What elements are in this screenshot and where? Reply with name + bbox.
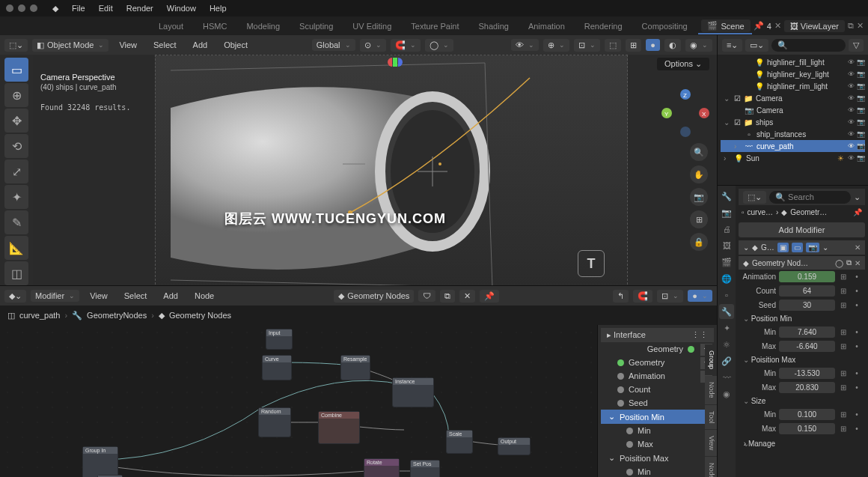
select-box-tool[interactable]: ▭	[4, 58, 28, 82]
view3d-menu-view[interactable]: View	[113, 39, 143, 51]
fake-user-icon[interactable]: ◯	[835, 259, 843, 267]
outliner-row[interactable]: ›〰curve_path👁📷	[721, 140, 865, 152]
constraint-tab-icon[interactable]: 🔗	[719, 353, 734, 368]
display-mode-icon[interactable]: ▭⌄	[745, 39, 768, 52]
panel-menu-icon[interactable]: ⋮⋮	[691, 330, 708, 340]
editor-type-icon[interactable]: ≡⌄	[722, 39, 742, 52]
breadcrumb-item[interactable]: Geometry Nodes	[169, 311, 231, 320]
parent-tree-icon[interactable]: ↰	[613, 290, 629, 303]
physics-tab-icon[interactable]: ⚛	[719, 337, 734, 352]
prop-group-header[interactable]: Poisition Max	[739, 353, 865, 366]
snap-dropdown[interactable]: 🧲	[391, 39, 421, 52]
prop-value[interactable]: 30	[779, 300, 835, 311]
prop-anim-icon[interactable]: •	[852, 342, 862, 350]
rotate-tool[interactable]: ⟲	[4, 134, 28, 158]
orientation-dropdown[interactable]: Global	[312, 39, 355, 51]
ws-tab[interactable]: Shading	[470, 19, 518, 34]
prop-anim-icon[interactable]: •	[852, 410, 862, 419]
visibility-dropdown[interactable]: 👁	[511, 39, 539, 51]
sidebar-tab[interactable]: View	[705, 430, 717, 456]
annotate-tool[interactable]: ✎	[4, 210, 28, 234]
node-canvas[interactable]: Input Curve Resample Random Combine Inst…	[0, 325, 597, 477]
zoom-icon[interactable]: 🔍	[690, 143, 708, 161]
view3d-menu-object[interactable]: Object	[218, 39, 254, 51]
editor-type-icon[interactable]: ⬚⌄	[743, 191, 766, 204]
prop-attr-icon[interactable]: ⊞	[838, 342, 849, 350]
ws-tab[interactable]: Texture Paint	[402, 19, 468, 34]
shading-wireframe[interactable]: ⊞	[626, 39, 641, 52]
outliner-tree[interactable]: 💡highliner_fill_light👁📷💡highliner_key_li…	[718, 55, 868, 165]
interface-input[interactable]: Min	[601, 424, 714, 437]
prop-anim-icon[interactable]: •	[852, 287, 862, 295]
menu-window[interactable]: Window	[161, 2, 202, 14]
scene-selector[interactable]: 🎬 Scene	[701, 19, 750, 32]
node-tree-selector[interactable]: ◆ Geometry Nodes	[334, 290, 414, 303]
prop-attr-icon[interactable]: ⊞	[838, 301, 849, 309]
sidebar-tab[interactable]: Node	[705, 376, 717, 404]
lock-icon[interactable]: 🔒	[690, 233, 708, 251]
node-tree-type-dropdown[interactable]: Modifier	[31, 290, 79, 302]
mode-dropdown[interactable]: ◧ Object Mode	[32, 39, 109, 52]
filter-icon[interactable]: ▽	[849, 39, 864, 52]
mod-realtime-icon[interactable]: ▣	[777, 243, 789, 252]
interface-input[interactable]: Count	[601, 383, 714, 396]
world-tab-icon[interactable]: 🌐	[719, 271, 734, 286]
nodetree-name[interactable]: Geometry Nod…	[752, 259, 832, 267]
pin-icon[interactable]: 📌	[754, 21, 764, 31]
proportional-dropdown[interactable]: ◯	[425, 39, 453, 52]
outliner-row[interactable]: ›💡Sun☀👁📷	[721, 152, 865, 164]
sidebar-tab[interactable]: Tool	[705, 405, 717, 430]
ws-tab[interactable]: Compositing	[633, 19, 697, 34]
interface-panel-header[interactable]: ▸ Interface ⋮⋮	[601, 328, 714, 342]
prop-anim-icon[interactable]: •	[852, 369, 862, 377]
prop-attr-icon[interactable]: ⊞	[838, 425, 849, 433]
interface-panel-item[interactable]: ⌄ Poisition Max	[601, 451, 714, 465]
outliner-row[interactable]: 💡highliner_fill_light👁📷	[721, 56, 865, 68]
prop-value[interactable]: 7.640	[779, 326, 835, 338]
perspective-icon[interactable]: ⊞	[690, 210, 708, 228]
prop-attr-icon[interactable]: ⊞	[838, 273, 849, 281]
node-menu-add[interactable]: Add	[157, 290, 184, 302]
viewlayer-selector[interactable]: 🖼 ViewLayer	[784, 20, 845, 32]
breadcrumb-item[interactable]: Geometr…	[790, 208, 827, 216]
editor-type-icon[interactable]: ⬚⌄	[4, 39, 28, 52]
breadcrumb-item[interactable]: curve_path	[19, 311, 60, 320]
prop-anim-icon[interactable]: •	[852, 328, 862, 336]
outliner-row[interactable]: 💡highliner_rim_light👁📷	[721, 80, 865, 92]
prop-anim-icon[interactable]: •	[852, 425, 862, 433]
properties-search[interactable]: 🔍 Search	[769, 191, 851, 204]
new-nodetree-icon[interactable]: ⧉	[440, 290, 455, 303]
overlay-node-icon[interactable]: ⊡	[657, 290, 683, 303]
prop-group-header[interactable]: Size	[739, 395, 865, 407]
material-tab-icon[interactable]: ◉	[719, 386, 734, 401]
scene-tab-icon[interactable]: 🎬	[719, 255, 734, 270]
outliner-row[interactable]: ▫ship_instances👁📷	[721, 128, 865, 140]
prop-attr-icon[interactable]: ⊞	[838, 369, 849, 377]
prop-value[interactable]: 20.830	[779, 382, 835, 393]
prop-value[interactable]: 0.100	[779, 409, 835, 420]
prop-attr-icon[interactable]: ⊞	[838, 328, 849, 336]
ws-tab[interactable]: Sculpting	[290, 19, 342, 34]
prop-value[interactable]: 0.159	[779, 271, 835, 282]
ws-tab[interactable]: HSMC	[194, 19, 236, 34]
prop-attr-icon[interactable]: ⊞	[838, 410, 849, 419]
breadcrumb-item[interactable]: curve…	[748, 208, 773, 216]
add-primitive-tool[interactable]: ◫	[4, 261, 28, 285]
gizmo-y[interactable]: Y	[661, 108, 672, 118]
interface-input[interactable]: Geometry	[601, 356, 714, 369]
add-modifier-button[interactable]: Add Modifier	[739, 222, 865, 237]
node-menu-select[interactable]: Select	[118, 290, 153, 302]
sidebar-tab[interactable]: Group	[705, 344, 717, 375]
render-tab-icon[interactable]: 📷	[719, 205, 734, 220]
blender-icon[interactable]: ◆	[46, 2, 64, 15]
pin-nodetree-icon[interactable]: 📌	[480, 290, 499, 303]
interface-input[interactable]: Seed	[601, 396, 714, 410]
prop-anim-icon[interactable]: •	[852, 383, 862, 392]
shading-material[interactable]: ◐	[664, 39, 681, 52]
unlink-icon[interactable]: ✕	[855, 259, 861, 267]
pan-icon[interactable]: ✋	[690, 165, 708, 183]
ws-tab[interactable]: Rendering	[575, 19, 632, 34]
object-tab-icon[interactable]: ▫	[719, 288, 734, 303]
particle-tab-icon[interactable]: ✦	[719, 320, 734, 335]
interface-panel-item[interactable]: ⌄ Position Min	[601, 410, 714, 424]
